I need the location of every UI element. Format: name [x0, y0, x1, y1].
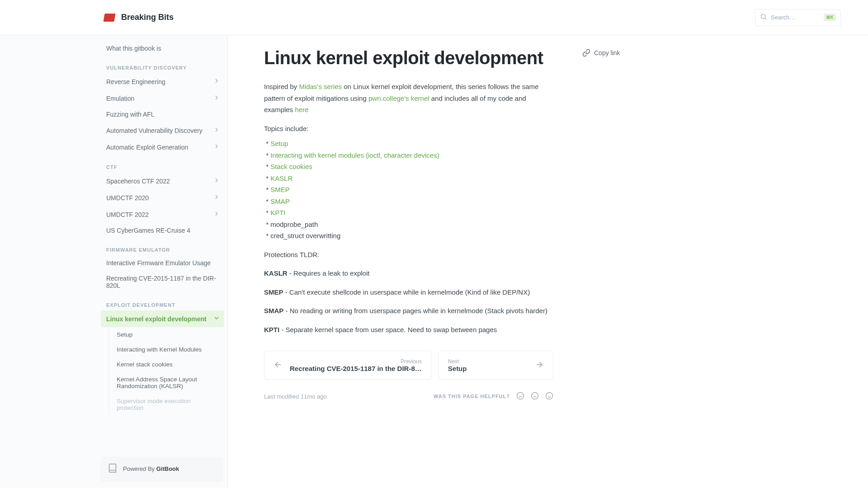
sidebar-subitem[interactable]: Setup — [109, 327, 224, 342]
sidebar-item-label: US CyberGames RE-Cruise 4 — [106, 227, 190, 234]
chevron-right-icon — [213, 177, 220, 185]
topic-link[interactable]: Setup — [270, 140, 288, 147]
link-icon — [582, 49, 590, 57]
feedback-happy-icon[interactable] — [545, 392, 553, 401]
sidebar-section-heading: EXPLOIT DEVELOPMENT — [101, 293, 224, 310]
header: Breaking Bits Search… ⌘K — [0, 0, 868, 35]
sidebar-item-label: Reverse Engineering — [106, 78, 165, 85]
arrow-right-icon — [535, 360, 544, 371]
sidebar-subitem[interactable]: Interacting with Kernel Modules — [109, 342, 224, 357]
svg-point-11 — [546, 393, 553, 399]
protection-line: SMEP - Can't execute shellcode in usersp… — [264, 286, 553, 298]
topic-line: * Stack cookies — [264, 161, 553, 173]
svg-point-7 — [532, 393, 538, 399]
topic-link[interactable]: Stack cookies — [270, 163, 312, 170]
chevron-right-icon — [213, 193, 220, 202]
prev-label: Previous — [290, 358, 422, 365]
tldr-heading: Protections TLDR: — [264, 249, 553, 261]
topic-link[interactable]: Interacting with kernel modules (ioctl, … — [270, 151, 439, 159]
protection-line: KPTI - Separate kernel space from user s… — [264, 324, 553, 336]
chevron-right-icon — [213, 94, 220, 103]
chevron-right-icon — [213, 77, 220, 86]
sidebar-item-label: Spaceheros CTF 2022 — [106, 178, 170, 185]
sidebar-section-heading: CTF — [101, 155, 224, 173]
sidebar-subitem[interactable]: Kernel Address Space Layout Randomizatio… — [109, 372, 224, 394]
sidebar-item[interactable]: Recreating CVE-2015-1187 in the DIR-820L — [101, 271, 224, 293]
topic-line: * KPTI — [264, 207, 553, 219]
sidebar-item-label: Recreating CVE-2015-1187 in the DIR-820L — [106, 275, 220, 289]
next-label: Next — [448, 358, 528, 365]
sidebar-item[interactable]: US CyberGames RE-Cruise 4 — [101, 223, 224, 238]
search-placeholder: Search… — [771, 14, 820, 21]
link-here[interactable]: here — [295, 106, 308, 113]
intro-paragraph: Inspired by Midas's series on Linux kern… — [264, 81, 553, 116]
main-content: Linux kernel exploit development Inspire… — [228, 35, 571, 488]
protection-line: KASLR - Requires a leak to exploit — [264, 267, 553, 279]
brand[interactable]: Breaking Bits — [104, 13, 174, 22]
search-input[interactable]: Search… ⌘K — [755, 9, 841, 26]
topic-line: * SMEP — [264, 184, 553, 196]
gitbook-footer[interactable]: Powered By GitBook — [100, 457, 223, 481]
sidebar-item[interactable]: Interactive Firmware Emulator Usage — [101, 255, 224, 271]
search-shortcut-badge: ⌘K — [824, 14, 836, 21]
sidebar-item-label: Automatic Exploit Generation — [106, 144, 188, 151]
gitbook-icon — [108, 463, 118, 474]
topic-line: * Interacting with kernel modules (ioctl… — [264, 150, 553, 161]
sidebar-item-label: Emulation — [106, 95, 134, 102]
sidebar-item[interactable]: Automatic Exploit Generation — [101, 139, 224, 155]
topic-line: * cred_struct overwritting — [264, 230, 553, 242]
arrow-left-icon — [274, 360, 283, 371]
search-icon — [760, 13, 767, 22]
topic-link[interactable]: KASLR — [270, 174, 292, 182]
right-rail: Copy link — [571, 35, 868, 488]
last-modified: Last modified 11mo ago — [264, 393, 327, 400]
helpful-widget: WAS THIS PAGE HELPFUL? — [434, 392, 553, 401]
feedback-neutral-icon[interactable] — [531, 392, 539, 401]
sidebar-item-intro[interactable]: What this gitbook is — [101, 41, 224, 56]
svg-point-4 — [517, 393, 524, 399]
page-title: Linux kernel exploit development — [264, 48, 553, 68]
sidebar-item-label: Fuzzing with AFL — [106, 111, 155, 118]
topic-link[interactable]: SMAP — [270, 197, 290, 205]
prev-page-card[interactable]: Previous Recreating CVE-2015-1187 in the… — [264, 351, 431, 380]
topic-line: * SMAP — [264, 196, 553, 207]
chevron-right-icon — [213, 210, 220, 219]
sidebar-item-label: UMDCTF 2022 — [106, 211, 149, 218]
topic-link[interactable]: KPTI — [270, 209, 285, 216]
link-midas-series[interactable]: Midas's series — [299, 83, 342, 90]
sidebar-item[interactable]: Reverse Engineering — [101, 73, 224, 90]
sidebar-item-label: Interactive Firmware Emulator Usage — [106, 259, 211, 267]
topic-link[interactable]: SMEP — [270, 186, 290, 193]
sidebar-item-label: UMDCTF 2020 — [106, 194, 149, 202]
link-pwncollege[interactable]: pwn.college's kernel — [368, 94, 429, 102]
topics-heading: Topics include: — [264, 123, 553, 135]
sidebar: What this gitbook is VULNERABILITY DISCO… — [0, 35, 228, 488]
sidebar-item[interactable]: Fuzzing with AFL — [101, 107, 224, 122]
next-page-card[interactable]: Next Setup — [439, 351, 553, 380]
sidebar-section-heading: VULNERABILITY DISCOVERY — [101, 56, 224, 73]
copy-link-button[interactable]: Copy link — [582, 49, 868, 57]
sidebar-item[interactable]: Linux kernel exploit development — [101, 310, 224, 327]
sidebar-subitem[interactable]: Supervisor mode execution protection — [109, 394, 224, 415]
sidebar-subitem[interactable]: Kernel stack cookies — [109, 357, 224, 372]
sidebar-item[interactable]: Emulation — [101, 90, 224, 107]
gitbook-label: Powered By GitBook — [123, 465, 179, 472]
sidebar-item[interactable]: Automated Vulnerability Discovery — [101, 122, 224, 139]
topic-line: * modprobe_path — [264, 219, 553, 230]
sidebar-item-label: Linux kernel exploit development — [106, 315, 207, 323]
feedback-sad-icon[interactable] — [516, 392, 524, 401]
topic-line: * KASLR — [264, 173, 553, 184]
sidebar-section-heading: FIRMWARE EMULATOR — [101, 238, 224, 255]
prev-title: Recreating CVE-2015-1187 in the DIR-8… — [290, 365, 422, 372]
helpful-label: WAS THIS PAGE HELPFUL? — [434, 394, 510, 399]
svg-point-0 — [761, 14, 765, 19]
sidebar-item[interactable]: UMDCTF 2020 — [101, 189, 224, 206]
sidebar-item[interactable]: UMDCTF 2022 — [101, 206, 224, 223]
chevron-down-icon — [213, 314, 220, 323]
protection-line: SMAP - No reading or writing from usersp… — [264, 305, 553, 317]
topic-line: * Setup — [264, 138, 553, 150]
sidebar-item[interactable]: Spaceheros CTF 2022 — [101, 173, 224, 189]
chevron-right-icon — [213, 126, 220, 135]
next-title: Setup — [448, 365, 528, 372]
site-title: Breaking Bits — [121, 13, 174, 22]
